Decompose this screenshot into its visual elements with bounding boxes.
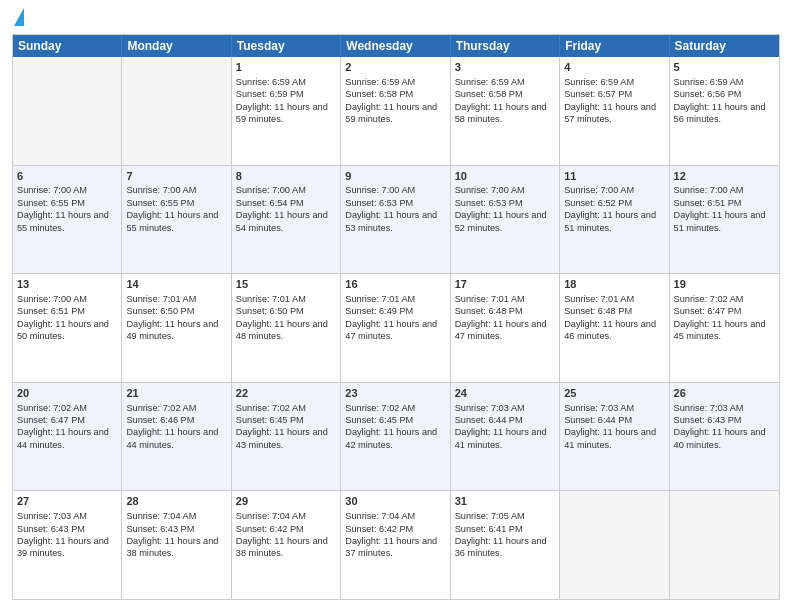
empty-cell [560, 491, 669, 599]
day-cell-11: 11Sunrise: 7:00 AMSunset: 6:52 PMDayligh… [560, 166, 669, 274]
header [12, 12, 780, 26]
cell-detail: Sunrise: 6:59 AMSunset: 6:58 PMDaylight:… [345, 76, 445, 126]
cell-detail: Sunrise: 7:00 AMSunset: 6:53 PMDaylight:… [455, 184, 555, 234]
logo [12, 12, 24, 26]
day-number: 10 [455, 169, 555, 184]
day-number: 23 [345, 386, 445, 401]
cell-detail: Sunrise: 7:02 AMSunset: 6:46 PMDaylight:… [126, 402, 226, 452]
day-cell-18: 18Sunrise: 7:01 AMSunset: 6:48 PMDayligh… [560, 274, 669, 382]
day-number: 1 [236, 60, 336, 75]
day-number: 6 [17, 169, 117, 184]
day-cell-19: 19Sunrise: 7:02 AMSunset: 6:47 PMDayligh… [670, 274, 779, 382]
cell-detail: Sunrise: 7:03 AMSunset: 6:43 PMDaylight:… [17, 510, 117, 560]
day-number: 21 [126, 386, 226, 401]
day-cell-17: 17Sunrise: 7:01 AMSunset: 6:48 PMDayligh… [451, 274, 560, 382]
cell-detail: Sunrise: 7:03 AMSunset: 6:44 PMDaylight:… [455, 402, 555, 452]
day-cell-30: 30Sunrise: 7:04 AMSunset: 6:42 PMDayligh… [341, 491, 450, 599]
header-day-saturday: Saturday [670, 35, 779, 57]
day-cell-31: 31Sunrise: 7:05 AMSunset: 6:41 PMDayligh… [451, 491, 560, 599]
day-cell-9: 9Sunrise: 7:00 AMSunset: 6:53 PMDaylight… [341, 166, 450, 274]
cell-detail: Sunrise: 7:00 AMSunset: 6:51 PMDaylight:… [17, 293, 117, 343]
cell-detail: Sunrise: 7:00 AMSunset: 6:54 PMDaylight:… [236, 184, 336, 234]
header-day-monday: Monday [122, 35, 231, 57]
calendar: SundayMondayTuesdayWednesdayThursdayFrid… [12, 34, 780, 600]
calendar-row-5: 27Sunrise: 7:03 AMSunset: 6:43 PMDayligh… [13, 490, 779, 599]
day-number: 8 [236, 169, 336, 184]
cell-detail: Sunrise: 7:01 AMSunset: 6:50 PMDaylight:… [236, 293, 336, 343]
cell-detail: Sunrise: 7:03 AMSunset: 6:44 PMDaylight:… [564, 402, 664, 452]
header-day-tuesday: Tuesday [232, 35, 341, 57]
calendar-header: SundayMondayTuesdayWednesdayThursdayFrid… [13, 35, 779, 57]
day-cell-6: 6Sunrise: 7:00 AMSunset: 6:55 PMDaylight… [13, 166, 122, 274]
day-cell-14: 14Sunrise: 7:01 AMSunset: 6:50 PMDayligh… [122, 274, 231, 382]
day-number: 14 [126, 277, 226, 292]
cell-detail: Sunrise: 7:01 AMSunset: 6:49 PMDaylight:… [345, 293, 445, 343]
day-number: 29 [236, 494, 336, 509]
cell-detail: Sunrise: 7:05 AMSunset: 6:41 PMDaylight:… [455, 510, 555, 560]
day-number: 5 [674, 60, 775, 75]
cell-detail: Sunrise: 7:01 AMSunset: 6:48 PMDaylight:… [455, 293, 555, 343]
cell-detail: Sunrise: 7:02 AMSunset: 6:47 PMDaylight:… [674, 293, 775, 343]
day-cell-1: 1Sunrise: 6:59 AMSunset: 6:59 PMDaylight… [232, 57, 341, 165]
cell-detail: Sunrise: 7:04 AMSunset: 6:42 PMDaylight:… [345, 510, 445, 560]
cell-detail: Sunrise: 7:02 AMSunset: 6:45 PMDaylight:… [236, 402, 336, 452]
day-number: 27 [17, 494, 117, 509]
day-number: 24 [455, 386, 555, 401]
cell-detail: Sunrise: 7:00 AMSunset: 6:55 PMDaylight:… [17, 184, 117, 234]
cell-detail: Sunrise: 7:00 AMSunset: 6:53 PMDaylight:… [345, 184, 445, 234]
day-cell-15: 15Sunrise: 7:01 AMSunset: 6:50 PMDayligh… [232, 274, 341, 382]
header-day-thursday: Thursday [451, 35, 560, 57]
day-number: 16 [345, 277, 445, 292]
page: SundayMondayTuesdayWednesdayThursdayFrid… [0, 0, 792, 612]
cell-detail: Sunrise: 6:59 AMSunset: 6:56 PMDaylight:… [674, 76, 775, 126]
empty-cell [670, 491, 779, 599]
day-number: 12 [674, 169, 775, 184]
cell-detail: Sunrise: 6:59 AMSunset: 6:57 PMDaylight:… [564, 76, 664, 126]
header-day-wednesday: Wednesday [341, 35, 450, 57]
cell-detail: Sunrise: 7:00 AMSunset: 6:55 PMDaylight:… [126, 184, 226, 234]
cell-detail: Sunrise: 6:59 AMSunset: 6:58 PMDaylight:… [455, 76, 555, 126]
day-number: 19 [674, 277, 775, 292]
day-cell-29: 29Sunrise: 7:04 AMSunset: 6:42 PMDayligh… [232, 491, 341, 599]
empty-cell [122, 57, 231, 165]
day-cell-23: 23Sunrise: 7:02 AMSunset: 6:45 PMDayligh… [341, 383, 450, 491]
day-number: 7 [126, 169, 226, 184]
day-number: 31 [455, 494, 555, 509]
day-cell-25: 25Sunrise: 7:03 AMSunset: 6:44 PMDayligh… [560, 383, 669, 491]
cell-detail: Sunrise: 7:03 AMSunset: 6:43 PMDaylight:… [674, 402, 775, 452]
day-cell-7: 7Sunrise: 7:00 AMSunset: 6:55 PMDaylight… [122, 166, 231, 274]
day-cell-3: 3Sunrise: 6:59 AMSunset: 6:58 PMDaylight… [451, 57, 560, 165]
day-number: 13 [17, 277, 117, 292]
day-number: 17 [455, 277, 555, 292]
calendar-row-2: 6Sunrise: 7:00 AMSunset: 6:55 PMDaylight… [13, 165, 779, 274]
day-cell-5: 5Sunrise: 6:59 AMSunset: 6:56 PMDaylight… [670, 57, 779, 165]
day-number: 30 [345, 494, 445, 509]
header-day-sunday: Sunday [13, 35, 122, 57]
day-cell-26: 26Sunrise: 7:03 AMSunset: 6:43 PMDayligh… [670, 383, 779, 491]
cell-detail: Sunrise: 7:02 AMSunset: 6:45 PMDaylight:… [345, 402, 445, 452]
day-cell-20: 20Sunrise: 7:02 AMSunset: 6:47 PMDayligh… [13, 383, 122, 491]
logo-triangle-icon [14, 8, 24, 26]
day-number: 18 [564, 277, 664, 292]
day-cell-22: 22Sunrise: 7:02 AMSunset: 6:45 PMDayligh… [232, 383, 341, 491]
day-cell-13: 13Sunrise: 7:00 AMSunset: 6:51 PMDayligh… [13, 274, 122, 382]
day-cell-10: 10Sunrise: 7:00 AMSunset: 6:53 PMDayligh… [451, 166, 560, 274]
day-number: 2 [345, 60, 445, 75]
calendar-body: 1Sunrise: 6:59 AMSunset: 6:59 PMDaylight… [13, 57, 779, 599]
day-number: 20 [17, 386, 117, 401]
day-number: 25 [564, 386, 664, 401]
day-cell-16: 16Sunrise: 7:01 AMSunset: 6:49 PMDayligh… [341, 274, 450, 382]
day-cell-4: 4Sunrise: 6:59 AMSunset: 6:57 PMDaylight… [560, 57, 669, 165]
day-cell-12: 12Sunrise: 7:00 AMSunset: 6:51 PMDayligh… [670, 166, 779, 274]
day-number: 28 [126, 494, 226, 509]
calendar-row-1: 1Sunrise: 6:59 AMSunset: 6:59 PMDaylight… [13, 57, 779, 165]
day-number: 3 [455, 60, 555, 75]
day-number: 4 [564, 60, 664, 75]
cell-detail: Sunrise: 7:01 AMSunset: 6:48 PMDaylight:… [564, 293, 664, 343]
day-number: 22 [236, 386, 336, 401]
empty-cell [13, 57, 122, 165]
day-cell-21: 21Sunrise: 7:02 AMSunset: 6:46 PMDayligh… [122, 383, 231, 491]
day-cell-28: 28Sunrise: 7:04 AMSunset: 6:43 PMDayligh… [122, 491, 231, 599]
cell-detail: Sunrise: 7:02 AMSunset: 6:47 PMDaylight:… [17, 402, 117, 452]
cell-detail: Sunrise: 7:00 AMSunset: 6:51 PMDaylight:… [674, 184, 775, 234]
